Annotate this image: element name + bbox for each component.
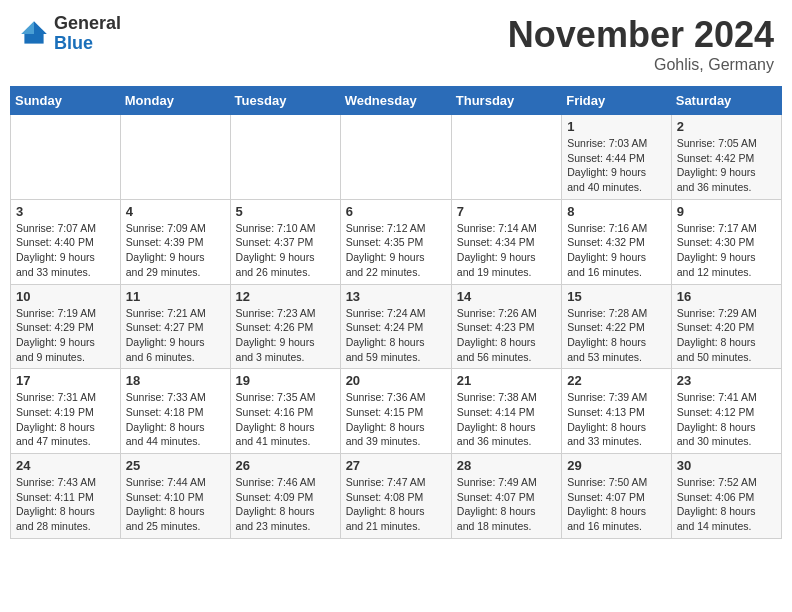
calendar-cell [340,115,451,200]
weekday-header: Monday [120,87,230,115]
calendar-cell: 15Sunrise: 7:28 AM Sunset: 4:22 PM Dayli… [562,284,672,369]
calendar-cell [451,115,561,200]
day-number: 9 [677,204,776,219]
day-number: 5 [236,204,335,219]
calendar-cell: 21Sunrise: 7:38 AM Sunset: 4:14 PM Dayli… [451,369,561,454]
calendar-cell: 23Sunrise: 7:41 AM Sunset: 4:12 PM Dayli… [671,369,781,454]
weekday-header: Wednesday [340,87,451,115]
day-info: Sunrise: 7:29 AM Sunset: 4:20 PM Dayligh… [677,306,776,365]
day-number: 28 [457,458,556,473]
calendar-cell: 1Sunrise: 7:03 AM Sunset: 4:44 PM Daylig… [562,115,672,200]
day-number: 14 [457,289,556,304]
calendar-cell: 9Sunrise: 7:17 AM Sunset: 4:30 PM Daylig… [671,199,781,284]
weekday-header: Thursday [451,87,561,115]
day-number: 18 [126,373,225,388]
day-number: 11 [126,289,225,304]
calendar-cell [120,115,230,200]
calendar-cell: 26Sunrise: 7:46 AM Sunset: 4:09 PM Dayli… [230,454,340,539]
day-number: 29 [567,458,666,473]
day-number: 21 [457,373,556,388]
svg-rect-2 [24,34,43,44]
day-info: Sunrise: 7:33 AM Sunset: 4:18 PM Dayligh… [126,390,225,449]
day-info: Sunrise: 7:41 AM Sunset: 4:12 PM Dayligh… [677,390,776,449]
day-info: Sunrise: 7:44 AM Sunset: 4:10 PM Dayligh… [126,475,225,534]
day-info: Sunrise: 7:24 AM Sunset: 4:24 PM Dayligh… [346,306,446,365]
svg-marker-1 [21,21,34,34]
calendar-cell: 3Sunrise: 7:07 AM Sunset: 4:40 PM Daylig… [11,199,121,284]
calendar-cell: 14Sunrise: 7:26 AM Sunset: 4:23 PM Dayli… [451,284,561,369]
calendar-table: SundayMondayTuesdayWednesdayThursdayFrid… [10,86,782,539]
calendar-cell: 20Sunrise: 7:36 AM Sunset: 4:15 PM Dayli… [340,369,451,454]
day-info: Sunrise: 7:19 AM Sunset: 4:29 PM Dayligh… [16,306,115,365]
day-number: 7 [457,204,556,219]
day-info: Sunrise: 7:28 AM Sunset: 4:22 PM Dayligh… [567,306,666,365]
weekday-header: Saturday [671,87,781,115]
day-info: Sunrise: 7:03 AM Sunset: 4:44 PM Dayligh… [567,136,666,195]
calendar-cell [230,115,340,200]
calendar-week-row: 17Sunrise: 7:31 AM Sunset: 4:19 PM Dayli… [11,369,782,454]
day-number: 10 [16,289,115,304]
calendar-cell [11,115,121,200]
day-number: 26 [236,458,335,473]
calendar-cell: 6Sunrise: 7:12 AM Sunset: 4:35 PM Daylig… [340,199,451,284]
day-info: Sunrise: 7:07 AM Sunset: 4:40 PM Dayligh… [16,221,115,280]
day-number: 6 [346,204,446,219]
month-title: November 2024 [508,14,774,56]
calendar-week-row: 10Sunrise: 7:19 AM Sunset: 4:29 PM Dayli… [11,284,782,369]
logo-general: General [54,14,121,34]
day-number: 15 [567,289,666,304]
calendar-cell: 7Sunrise: 7:14 AM Sunset: 4:34 PM Daylig… [451,199,561,284]
day-info: Sunrise: 7:05 AM Sunset: 4:42 PM Dayligh… [677,136,776,195]
calendar-cell: 27Sunrise: 7:47 AM Sunset: 4:08 PM Dayli… [340,454,451,539]
calendar-cell: 18Sunrise: 7:33 AM Sunset: 4:18 PM Dayli… [120,369,230,454]
calendar-week-row: 3Sunrise: 7:07 AM Sunset: 4:40 PM Daylig… [11,199,782,284]
weekday-header-row: SundayMondayTuesdayWednesdayThursdayFrid… [11,87,782,115]
day-number: 27 [346,458,446,473]
day-info: Sunrise: 7:35 AM Sunset: 4:16 PM Dayligh… [236,390,335,449]
logo-icon [18,18,50,50]
calendar-cell: 2Sunrise: 7:05 AM Sunset: 4:42 PM Daylig… [671,115,781,200]
day-info: Sunrise: 7:31 AM Sunset: 4:19 PM Dayligh… [16,390,115,449]
day-number: 13 [346,289,446,304]
day-number: 24 [16,458,115,473]
day-info: Sunrise: 7:16 AM Sunset: 4:32 PM Dayligh… [567,221,666,280]
calendar-cell: 4Sunrise: 7:09 AM Sunset: 4:39 PM Daylig… [120,199,230,284]
day-info: Sunrise: 7:14 AM Sunset: 4:34 PM Dayligh… [457,221,556,280]
calendar-cell: 25Sunrise: 7:44 AM Sunset: 4:10 PM Dayli… [120,454,230,539]
logo: General Blue [18,14,121,54]
calendar-cell: 28Sunrise: 7:49 AM Sunset: 4:07 PM Dayli… [451,454,561,539]
calendar-cell: 17Sunrise: 7:31 AM Sunset: 4:19 PM Dayli… [11,369,121,454]
calendar-cell: 8Sunrise: 7:16 AM Sunset: 4:32 PM Daylig… [562,199,672,284]
calendar-cell: 19Sunrise: 7:35 AM Sunset: 4:16 PM Dayli… [230,369,340,454]
day-info: Sunrise: 7:38 AM Sunset: 4:14 PM Dayligh… [457,390,556,449]
weekday-header: Tuesday [230,87,340,115]
day-info: Sunrise: 7:50 AM Sunset: 4:07 PM Dayligh… [567,475,666,534]
day-info: Sunrise: 7:46 AM Sunset: 4:09 PM Dayligh… [236,475,335,534]
day-info: Sunrise: 7:17 AM Sunset: 4:30 PM Dayligh… [677,221,776,280]
day-info: Sunrise: 7:43 AM Sunset: 4:11 PM Dayligh… [16,475,115,534]
logo-text: General Blue [54,14,121,54]
title-block: November 2024 Gohlis, Germany [508,14,774,74]
calendar-cell: 5Sunrise: 7:10 AM Sunset: 4:37 PM Daylig… [230,199,340,284]
calendar-week-row: 1Sunrise: 7:03 AM Sunset: 4:44 PM Daylig… [11,115,782,200]
day-number: 17 [16,373,115,388]
calendar-cell: 24Sunrise: 7:43 AM Sunset: 4:11 PM Dayli… [11,454,121,539]
location: Gohlis, Germany [508,56,774,74]
logo-blue: Blue [54,34,121,54]
day-number: 2 [677,119,776,134]
calendar-week-row: 24Sunrise: 7:43 AM Sunset: 4:11 PM Dayli… [11,454,782,539]
day-info: Sunrise: 7:10 AM Sunset: 4:37 PM Dayligh… [236,221,335,280]
day-number: 23 [677,373,776,388]
calendar-cell: 16Sunrise: 7:29 AM Sunset: 4:20 PM Dayli… [671,284,781,369]
day-info: Sunrise: 7:23 AM Sunset: 4:26 PM Dayligh… [236,306,335,365]
day-number: 30 [677,458,776,473]
calendar-cell: 13Sunrise: 7:24 AM Sunset: 4:24 PM Dayli… [340,284,451,369]
calendar-cell: 11Sunrise: 7:21 AM Sunset: 4:27 PM Dayli… [120,284,230,369]
calendar-cell: 29Sunrise: 7:50 AM Sunset: 4:07 PM Dayli… [562,454,672,539]
day-number: 12 [236,289,335,304]
calendar-cell: 10Sunrise: 7:19 AM Sunset: 4:29 PM Dayli… [11,284,121,369]
calendar-cell: 12Sunrise: 7:23 AM Sunset: 4:26 PM Dayli… [230,284,340,369]
day-number: 25 [126,458,225,473]
calendar-cell: 30Sunrise: 7:52 AM Sunset: 4:06 PM Dayli… [671,454,781,539]
day-info: Sunrise: 7:26 AM Sunset: 4:23 PM Dayligh… [457,306,556,365]
